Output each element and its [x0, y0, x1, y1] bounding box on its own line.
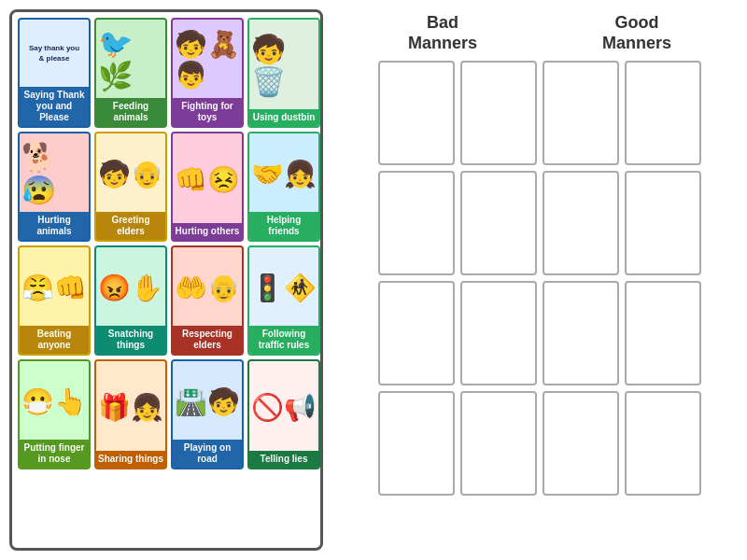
sort-cell-good-3-2[interactable]	[625, 281, 701, 385]
main-container: Say thank you & please Saying Thank you …	[9, 9, 738, 551]
card-snatching-things[interactable]: 😡✋ Snatching things	[94, 245, 167, 356]
card-label-greeting: Greeting elders	[96, 212, 165, 240]
card-label-hurting-others: Hurting others	[173, 223, 242, 240]
card-label-saying-thanks: Saying Thank you and Please	[20, 87, 89, 126]
sort-cell-good-4-1[interactable]	[543, 391, 619, 496]
card-label-hurting-animals: Hurting animals	[20, 212, 89, 240]
sort-cell-good-2-2[interactable]	[625, 171, 701, 275]
card-beating-anyone[interactable]: 😤👊 Beating anyone	[18, 245, 91, 356]
card-greeting-elders[interactable]: 🧒👴 Greeting elders	[94, 132, 167, 242]
card-hurting-animals[interactable]: 🐕😰 Hurting animals	[18, 132, 91, 242]
card-following-traffic[interactable]: 🚦🚸 Following traffic rules	[247, 245, 320, 356]
card-label-feeding: Feeding animals	[96, 98, 165, 126]
card-label-beating: Beating anyone	[20, 326, 89, 354]
sort-cell-good-2-1[interactable]	[543, 171, 619, 275]
card-label-playing-road: Playing on road	[173, 440, 242, 468]
card-label-respecting: Respecting elders	[173, 326, 242, 354]
sort-cell-bad-4-2[interactable]	[460, 391, 537, 496]
sort-cell-bad-1-2[interactable]	[460, 61, 537, 165]
good-manners-header: GoodManners	[553, 13, 721, 53]
sort-cell-bad-2-2[interactable]	[460, 171, 537, 275]
card-label-helping: Helping friends	[249, 212, 318, 240]
card-helping-friends[interactable]: 🤝👧 Helping friends	[247, 132, 320, 242]
sort-cell-good-1-1[interactable]	[543, 61, 619, 165]
sort-cell-good-1-2[interactable]	[625, 61, 701, 165]
sort-cell-good-3-1[interactable]	[543, 281, 619, 385]
card-sharing-things[interactable]: 🎁👧 Sharing things	[94, 359, 167, 469]
card-label-finger: Putting finger in nose	[20, 440, 89, 468]
sort-cell-bad-2-1[interactable]	[378, 171, 455, 275]
card-panel: Say thank you & please Saying Thank you …	[9, 9, 323, 551]
card-label-snatching: Snatching things	[96, 326, 165, 354]
bad-manners-header: BadManners	[359, 13, 527, 53]
card-label-traffic: Following traffic rules	[249, 326, 318, 354]
sort-panel: BadManners GoodManners	[342, 9, 738, 551]
card-telling-lies[interactable]: 🚫📢 Telling lies	[247, 359, 320, 469]
card-hurting-others[interactable]: 👊😣 Hurting others	[171, 132, 244, 242]
sort-cell-bad-3-1[interactable]	[378, 281, 455, 385]
card-label-sharing: Sharing things	[96, 451, 165, 468]
card-label-lies: Telling lies	[249, 451, 318, 468]
sort-cell-good-4-2[interactable]	[625, 391, 701, 496]
sort-grid	[345, 61, 734, 496]
sort-cell-bad-4-1[interactable]	[378, 391, 455, 496]
sort-headers: BadManners GoodManners	[345, 13, 734, 53]
sort-cell-bad-1-1[interactable]	[378, 61, 455, 165]
card-saying-thanks[interactable]: Say thank you & please Saying Thank you …	[18, 18, 91, 128]
sort-cell-bad-3-2[interactable]	[460, 281, 537, 385]
card-finger-nose[interactable]: 😷👆 Putting finger in nose	[18, 359, 91, 469]
card-label-dustbin: Using dustbin	[249, 109, 318, 126]
card-respecting-elders[interactable]: 🤲👴 Respecting elders	[171, 245, 244, 356]
card-playing-road[interactable]: 🛣️🧒 Playing on road	[171, 359, 244, 469]
card-fighting-toys[interactable]: 🧒🧸👦 Fighting for toys	[171, 18, 244, 128]
card-using-dustbin[interactable]: 🧒🗑️ Using dustbin	[247, 18, 320, 128]
card-feeding-animals[interactable]: 🐦🌿 Feeding animals	[94, 18, 167, 128]
card-label-fighting: Fighting for toys	[173, 98, 242, 126]
